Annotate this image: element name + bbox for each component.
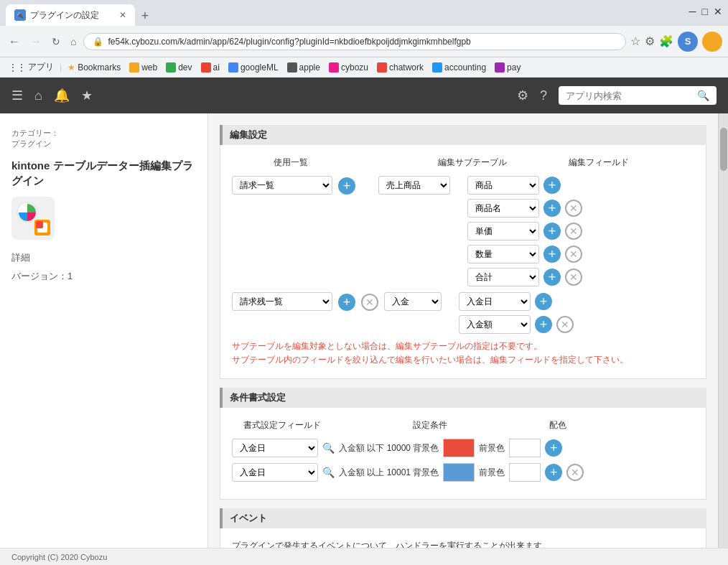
forward-btn[interactable]: → bbox=[27, 34, 45, 50]
bookmark-googleml[interactable]: googleML bbox=[225, 61, 281, 74]
copyright: Copyright (C) 2020 Cybozu bbox=[11, 553, 107, 561]
new-tab-btn[interactable]: + bbox=[135, 6, 155, 26]
field-select-1-1[interactable]: 商品 bbox=[467, 176, 539, 195]
active-tab[interactable]: 🔌 プラグインの設定 ✕ bbox=[6, 4, 135, 26]
settings-icon[interactable]: ⚙ bbox=[517, 88, 528, 103]
category-label: カテゴリー： bbox=[11, 128, 196, 139]
extensions-icon[interactable]: ⚙ bbox=[645, 34, 655, 48]
cond-field-select-2[interactable]: 入金日 bbox=[232, 463, 318, 482]
event-section-header: イベント bbox=[220, 508, 706, 528]
home-btn[interactable]: ⌂ bbox=[67, 34, 79, 49]
add-field-btn-2-1[interactable]: + bbox=[535, 293, 552, 310]
menu-icon[interactable]: ☰ bbox=[11, 88, 23, 103]
add-field-btn-1-1[interactable]: + bbox=[543, 177, 561, 194]
back-btn[interactable]: ← bbox=[6, 34, 23, 50]
bookmark-apple[interactable]: apple bbox=[284, 61, 323, 74]
tab-title: プラグインの設定 bbox=[30, 9, 115, 22]
bookmark-dev[interactable]: dev bbox=[163, 61, 195, 74]
bell-icon[interactable]: 🔔 bbox=[54, 88, 70, 103]
cond-bg-color-1[interactable] bbox=[443, 439, 475, 457]
cond-col-header-color: 配色 bbox=[500, 419, 615, 431]
bookmark-accounting[interactable]: accounting bbox=[429, 61, 489, 74]
note-1: サブテーブルを編集対象としない場合は、編集サブテーブルの指定は不要です。 bbox=[232, 340, 694, 353]
cond-fg-label-1: 前景色 bbox=[479, 442, 505, 454]
bookmark-ai[interactable]: ai bbox=[198, 61, 223, 74]
home-nav-icon[interactable]: ⌂ bbox=[34, 88, 42, 103]
cond-fg-color-2[interactable] bbox=[509, 463, 541, 482]
bookmark-apps[interactable]: ⋮⋮ アプリ bbox=[6, 60, 57, 75]
cond-col-header-cond: 設定条件 bbox=[365, 419, 495, 431]
field-select-1-3[interactable]: 単価 bbox=[467, 222, 539, 241]
bookmark-pay[interactable]: pay bbox=[492, 61, 523, 74]
app-header: ☰ ⌂ 🔔 ★ ⚙ ? 🔍 bbox=[0, 78, 728, 113]
avatar-o[interactable] bbox=[702, 32, 722, 52]
remove-field-btn-1-5[interactable]: ✕ bbox=[565, 269, 582, 286]
search-input[interactable] bbox=[566, 90, 693, 101]
cond-fg-color-1[interactable] bbox=[509, 439, 541, 457]
remove-field-btn-1-4[interactable]: ✕ bbox=[565, 246, 582, 263]
subtable-select-1[interactable]: 売上商品 bbox=[378, 176, 450, 195]
bookmark-cybozu[interactable]: cybozu bbox=[326, 61, 371, 74]
remove-field-btn-1-3[interactable]: ✕ bbox=[565, 223, 582, 240]
close-btn[interactable]: ✕ bbox=[714, 6, 722, 17]
scrollbar[interactable] bbox=[718, 113, 728, 548]
add-field-btn-2-2[interactable]: + bbox=[535, 316, 552, 333]
search-icon[interactable]: 🔍 bbox=[697, 90, 709, 101]
add-app-btn-1[interactable]: + bbox=[338, 177, 355, 195]
svg-rect-4 bbox=[36, 221, 43, 228]
url-text: fe54k.cybozu.com/k/admin/app/624/plugin/… bbox=[108, 37, 617, 47]
profile-icon[interactable]: 🧩 bbox=[659, 34, 673, 48]
help-icon[interactable]: ? bbox=[540, 88, 547, 103]
cond-bg-color-2[interactable] bbox=[443, 463, 475, 482]
remove-field-btn-2-2[interactable]: ✕ bbox=[556, 316, 574, 333]
remove-app-btn-2[interactable]: ✕ bbox=[361, 294, 378, 311]
field-select-1-5[interactable]: 合計 bbox=[467, 268, 539, 286]
bookmark-chatwork[interactable]: chatwork bbox=[374, 61, 426, 74]
remove-cond-btn-2[interactable]: ✕ bbox=[566, 464, 584, 481]
cond-field-select-1[interactable]: 入金日 bbox=[232, 439, 318, 457]
content-area: 編集設定 使用一覧 編集サブテーブル 編集フィールド 請求一覧 + bbox=[208, 113, 718, 548]
refresh-btn[interactable]: ↻ bbox=[49, 34, 63, 49]
bookmark-star-icon[interactable]: ☆ bbox=[630, 34, 640, 48]
add-field-btn-1-4[interactable]: + bbox=[543, 246, 561, 263]
search-box[interactable]: 🔍 bbox=[559, 86, 717, 105]
minimize-btn[interactable]: ─ bbox=[689, 6, 696, 17]
event-description: プラグインで発生するイベントについて、ハンドラーを実行することが出来ます。 bbox=[232, 540, 694, 548]
field-select-2-1[interactable]: 入金日 bbox=[459, 292, 531, 311]
tab-close-icon[interactable]: ✕ bbox=[119, 10, 126, 20]
app-select-1[interactable]: 請求一覧 bbox=[232, 176, 332, 195]
tab-icon: 🔌 bbox=[14, 9, 26, 21]
lock-icon: 🔒 bbox=[93, 37, 103, 47]
field-select-1-4[interactable]: 数量 bbox=[467, 245, 539, 263]
cond-search-icon-1[interactable]: 🔍 bbox=[322, 442, 335, 454]
add-cond-btn-1[interactable]: + bbox=[545, 439, 562, 457]
condition-section: 条件書式設定 書式設定フィールド 設定条件 配色 入金日 🔍 入金額 以下 10… bbox=[220, 388, 706, 500]
plugin-title: kintone テーブルデーター插編集プラグイン bbox=[11, 158, 196, 188]
plugin-logo bbox=[11, 197, 55, 240]
app-select-2[interactable]: 請求残一覧 bbox=[232, 292, 332, 311]
add-cond-btn-2[interactable]: + bbox=[545, 464, 562, 481]
bookmark-bookmarks[interactable]: ★ Bookmarks bbox=[65, 61, 123, 74]
url-bar[interactable]: 🔒 fe54k.cybozu.com/k/admin/app/624/plugi… bbox=[83, 33, 626, 50]
field-select-2-2[interactable]: 入金額 bbox=[459, 315, 531, 334]
add-field-btn-1-5[interactable]: + bbox=[543, 269, 561, 286]
remove-field-btn-1-2[interactable]: ✕ bbox=[565, 200, 582, 217]
subtable-select-2[interactable]: 入金 bbox=[384, 292, 442, 311]
add-field-btn-1-3[interactable]: + bbox=[543, 223, 561, 240]
field-select-1-2[interactable]: 商品名 bbox=[467, 199, 539, 218]
edit-section-header: 編集設定 bbox=[220, 125, 706, 145]
cond-search-icon-2[interactable]: 🔍 bbox=[322, 467, 335, 478]
condition-section-header: 条件書式設定 bbox=[220, 388, 706, 408]
event-section: イベント プラグインで発生するイベントについて、ハンドラーを実行することが出来ま… bbox=[220, 508, 706, 548]
add-field-btn-1-2[interactable]: + bbox=[543, 200, 561, 217]
maximize-btn[interactable]: □ bbox=[702, 6, 708, 17]
add-app-btn-2[interactable]: + bbox=[338, 294, 355, 311]
col-header-fields: 編集フィールド bbox=[549, 157, 649, 169]
bookmark-web[interactable]: web bbox=[126, 61, 160, 74]
star-nav-icon[interactable]: ★ bbox=[81, 88, 93, 103]
category-value: プラグイン bbox=[11, 139, 196, 149]
cond-fg-label-2: 前景色 bbox=[479, 467, 505, 479]
note-2: サブテーブル内のフィールドを絞り込んで編集を行いたい場合は、編集フィールドを指定… bbox=[232, 353, 694, 367]
avatar-s[interactable]: S bbox=[678, 32, 698, 52]
footer: Copyright (C) 2020 Cybozu bbox=[0, 548, 728, 565]
